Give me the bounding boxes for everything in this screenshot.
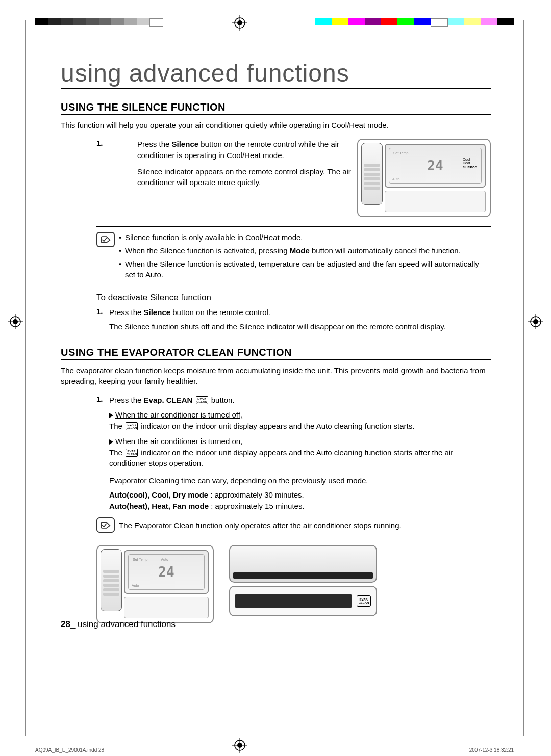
crop-edge-right: [523, 20, 524, 736]
registration-mark-left: [8, 314, 23, 331]
svg-point-3: [237, 20, 242, 25]
silence-step-row: 1. Press the Silence button on the remot…: [61, 139, 491, 217]
silence-step-text: Press the Silence button on the remote c…: [137, 139, 352, 217]
manual-page: using advanced functions USING THE SILEN…: [0, 0, 551, 756]
print-color-bar-left: [35, 18, 163, 25]
registration-mark-top: [232, 15, 247, 33]
arrow-icon: [109, 439, 113, 445]
registration-mark-right: [528, 314, 543, 331]
divider: [96, 226, 491, 227]
evap-figures-row: Set Temp.Auto 24 Auto EVAP. CLEAN: [96, 545, 491, 623]
silence-intro: This function will help you operate your…: [61, 120, 491, 131]
evap-indicator-icon: EVAP. CLEAN: [126, 422, 138, 430]
deactivate-heading: To deactivate Silence function: [96, 293, 491, 303]
silence-notes: •Silence function is only available in C…: [96, 232, 491, 282]
page-footer: 28_ using advanced functions: [61, 619, 176, 630]
section-title-silence: USING THE SILENCE FUNCTION: [61, 101, 491, 115]
remote-illustration: [361, 143, 383, 205]
evap-intro: The evaporator clean function keeps mois…: [61, 365, 491, 386]
evap-panel-icon: EVAP. CLEAN: [357, 595, 371, 607]
deactivate-step: 1. Press the Silence button on the remot…: [96, 307, 491, 318]
silence-figure-label: Cool Heat Silence: [463, 158, 477, 169]
display-illustration: Set Temp. 24 Cool Heat Silence Auto: [385, 144, 486, 188]
deactivate-result: The Silence function shuts off and the S…: [109, 321, 491, 332]
chapter-title: using advanced functions: [61, 59, 491, 89]
evap-step: 1. Press the Evap. CLEAN EVAP. CLEAN but…: [96, 395, 491, 512]
page-content: using advanced functions USING THE SILEN…: [61, 59, 491, 623]
evap-clean-button-icon: EVAP. CLEAN: [196, 396, 208, 404]
note-icon: [96, 517, 115, 533]
evap-note-row: The Evaporator Clean function only opera…: [96, 517, 491, 533]
ac-unit-illustration: EVAP. CLEAN: [229, 545, 377, 623]
svg-point-15: [237, 743, 242, 748]
print-timestamp: 2007-12-3 18:32:21: [469, 747, 514, 753]
section-title-evap: USING THE EVAPORATOR CLEAN FUNCTION: [61, 347, 491, 360]
arrow-icon: [109, 413, 113, 418]
step-number: 1.: [61, 139, 137, 217]
svg-point-11: [533, 319, 538, 324]
print-file-info: AQ09A_IB_E_29001A.indd 28: [35, 747, 104, 753]
svg-point-7: [13, 319, 18, 324]
display-illustration: Set Temp.Auto 24 Auto: [124, 550, 209, 594]
evap-indicator-icon: EVAP. CLEAN: [126, 449, 138, 457]
note-icon: [96, 232, 115, 247]
registration-mark-bottom: [232, 738, 247, 755]
crop-edge-left: [25, 20, 26, 736]
evap-section: USING THE EVAPORATOR CLEAN FUNCTION The …: [61, 347, 491, 624]
print-color-bar-right: [315, 18, 514, 25]
note-bullets: •Silence function is only available in C…: [119, 232, 491, 282]
button-panel-illustration: [124, 597, 209, 618]
remote-illustration: [101, 549, 122, 611]
button-panel-illustration: [385, 191, 486, 212]
silence-figure: Set Temp. 24 Cool Heat Silence Auto: [357, 139, 491, 217]
